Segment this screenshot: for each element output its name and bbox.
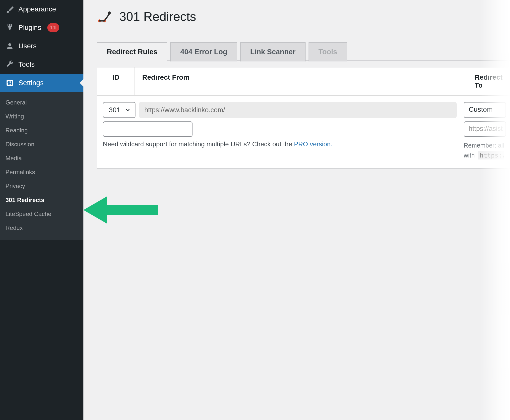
- tab-404-error-log[interactable]: 404 Error Log: [170, 42, 237, 61]
- col-from: Redirect From: [135, 67, 467, 95]
- redirect-type-value: 301: [109, 106, 121, 114]
- chevron-down-icon: [125, 107, 130, 113]
- tab-tools[interactable]: Tools: [309, 42, 347, 61]
- redirect-logo-icon: [97, 10, 113, 23]
- submenu-301-redirects[interactable]: 301 Redirects: [0, 193, 83, 207]
- sidebar-item-settings[interactable]: Settings: [0, 74, 83, 92]
- tab-link-scanner[interactable]: Link Scanner: [240, 42, 306, 61]
- submenu-discussion[interactable]: Discussion: [0, 137, 83, 151]
- submenu-reading[interactable]: Reading: [0, 123, 83, 137]
- redirect-type-select[interactable]: 301: [103, 102, 135, 118]
- cell-redirect-to: Custom https://asist Remember: all ext w…: [462, 102, 504, 160]
- sidebar-item-plugins[interactable]: Plugins 11: [0, 18, 83, 37]
- submenu-redux[interactable]: Redux: [0, 221, 83, 235]
- from-hint: Need wildcard support for matching multi…: [103, 139, 457, 150]
- tab-redirect-rules[interactable]: Redirect Rules: [97, 42, 167, 61]
- from-base-url: https://www.backlinko.com/: [139, 102, 457, 118]
- table-header: ID Redirect From Redirect To: [97, 67, 510, 96]
- to-url-input[interactable]: https://asist: [464, 121, 506, 137]
- app-root: Appearance Plugins 11 Users Tools: [0, 0, 510, 420]
- from-path-input[interactable]: [103, 121, 192, 137]
- cell-redirect-from: 301 https://www.backlinko.com/ Need wild…: [103, 102, 457, 160]
- wrench-icon: [5, 60, 14, 69]
- sidebar-label: Plugins: [18, 24, 41, 32]
- table-row: 301 https://www.backlinko.com/ Need wild…: [97, 96, 510, 168]
- col-id: ID: [97, 67, 135, 95]
- settings-submenu: General Writing Reading Discussion Media…: [0, 92, 83, 240]
- redirects-table: ID Redirect From Redirect To 301 https:/…: [97, 67, 510, 169]
- submenu-privacy[interactable]: Privacy: [0, 179, 83, 193]
- page-header: 301 Redirects: [97, 9, 510, 24]
- right-fade-overlay: [480, 0, 510, 420]
- sidebar-label: Appearance: [18, 5, 56, 13]
- svg-rect-6: [9, 83, 11, 84]
- sliders-icon: [5, 79, 14, 87]
- submenu-media[interactable]: Media: [0, 151, 83, 165]
- submenu-writing[interactable]: Writing: [0, 109, 83, 123]
- page-title: 301 Redirects: [119, 9, 196, 24]
- svg-rect-5: [7, 82, 9, 83]
- col-to: Redirect To: [467, 67, 510, 95]
- main-content: 301 Redirects Redirect Rules 404 Error L…: [83, 0, 510, 420]
- pro-version-link[interactable]: PRO version.: [294, 140, 332, 148]
- submenu-permalinks[interactable]: Permalinks: [0, 165, 83, 179]
- tabs: Redirect Rules 404 Error Log Link Scanne…: [97, 42, 510, 61]
- sidebar-item-tools[interactable]: Tools: [0, 55, 83, 74]
- to-type-select[interactable]: Custom: [464, 102, 506, 118]
- plugins-update-badge: 11: [47, 23, 59, 32]
- tutorial-arrow-icon: [83, 195, 163, 225]
- plug-icon: [5, 23, 14, 32]
- submenu-general[interactable]: General: [0, 96, 83, 109]
- sidebar-item-appearance[interactable]: Appearance: [0, 0, 83, 18]
- admin-sidebar: Appearance Plugins 11 Users Tools: [0, 0, 83, 420]
- svg-rect-3: [9, 81, 10, 85]
- sidebar-label: Users: [18, 42, 37, 50]
- svg-marker-11: [83, 196, 158, 224]
- to-hint: Remember: all ext with https://: [464, 140, 504, 160]
- sidebar-item-users[interactable]: Users: [0, 37, 83, 55]
- svg-rect-7: [11, 81, 12, 82]
- sidebar-label: Settings: [18, 79, 44, 87]
- submenu-litespeed-cache[interactable]: LiteSpeed Cache: [0, 207, 83, 221]
- sidebar-label: Tools: [18, 60, 35, 68]
- brush-icon: [5, 5, 14, 13]
- svg-rect-2: [8, 81, 9, 85]
- svg-point-0: [8, 43, 11, 46]
- user-icon: [5, 42, 14, 50]
